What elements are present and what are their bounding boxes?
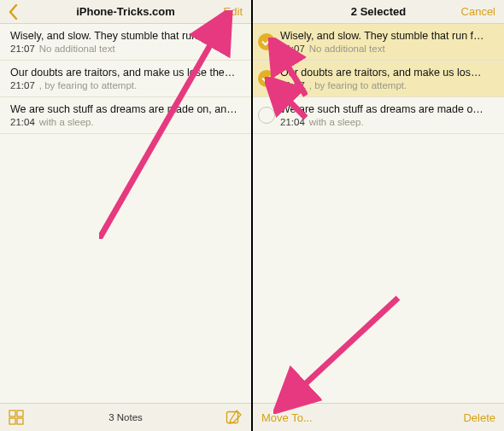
note-snippet: , by fearing to attempt.	[309, 80, 407, 90]
checkmark-icon[interactable]	[258, 70, 275, 87]
note-meta: 21:04with a sleep.	[280, 117, 495, 127]
note-time: 21:07	[280, 80, 305, 90]
note-title: Wisely, and slow. They stumble that run …	[10, 30, 243, 42]
note-row-selectable[interactable]: We are such stuff as dreams are made o… …	[253, 97, 504, 134]
pane-edit-mode: 2 Selected Cancel Wisely, and slow. They…	[253, 0, 504, 431]
note-time: 21:04	[10, 117, 35, 127]
note-snippet: with a sleep.	[309, 117, 364, 127]
note-time: 21:07	[10, 80, 35, 90]
note-snippet: with a sleep.	[39, 117, 94, 127]
pane-notes-list: iPhone-Tricks.com Edit Wisely, and slow.…	[0, 0, 251, 431]
back-button[interactable]	[9, 4, 56, 20]
grid-view-icon[interactable]	[9, 410, 24, 425]
svg-rect-0	[9, 411, 15, 416]
note-meta: 21:07, by fearing to attempt.	[280, 80, 495, 90]
page-title: iPhone-Tricks.com	[56, 5, 195, 18]
note-time: 21:07	[280, 44, 305, 54]
checkmark-icon[interactable]	[258, 33, 275, 50]
note-time: 21:04	[280, 117, 305, 127]
svg-rect-3	[17, 418, 23, 424]
toolbar-right: Move To... Delete	[253, 403, 504, 431]
chevron-left-icon	[9, 4, 18, 20]
delete-button[interactable]: Delete	[463, 411, 495, 424]
svg-rect-1	[17, 411, 23, 416]
cancel-button[interactable]: Cancel	[448, 5, 495, 18]
note-time: 21:07	[10, 44, 35, 54]
note-row[interactable]: We are such stuff as dreams are made on,…	[0, 97, 251, 134]
notes-count: 3 Notes	[68, 412, 183, 422]
note-title: Wisely, and slow. They stumble that run …	[280, 30, 495, 42]
note-title: We are such stuff as dreams are made o…	[280, 103, 495, 115]
note-title: We are such stuff as dreams are made on,…	[10, 103, 243, 115]
note-meta: 21:04with a sleep.	[10, 117, 243, 127]
move-to-button[interactable]: Move To...	[261, 411, 313, 424]
note-snippet: , by fearing to attempt.	[39, 80, 137, 90]
notes-list: Wisely, and slow. They stumble that run …	[0, 24, 251, 403]
toolbar-left: 3 Notes	[0, 403, 251, 431]
note-meta: 21:07No additional text	[280, 44, 495, 54]
note-title: Our doubts are traitors, and make us los…	[10, 67, 243, 79]
note-title: Our doubts are traitors, and make us los…	[280, 67, 495, 79]
navbar-right: 2 Selected Cancel	[253, 0, 504, 24]
navbar-left: iPhone-Tricks.com Edit	[0, 0, 251, 24]
note-meta: 21:07No additional text	[10, 44, 243, 54]
selection-count-title: 2 Selected	[309, 5, 448, 18]
notes-list-edit: Wisely, and slow. They stumble that run …	[253, 24, 504, 403]
circle-unchecked-icon[interactable]	[258, 107, 275, 124]
svg-rect-2	[9, 418, 15, 424]
note-snippet: No additional text	[309, 44, 385, 54]
note-row[interactable]: Our doubts are traitors, and make us los…	[0, 61, 251, 97]
note-snippet: No additional text	[39, 44, 115, 54]
edit-button[interactable]: Edit	[195, 5, 243, 18]
note-row-selectable[interactable]: Our doubts are traitors, and make us los…	[253, 61, 504, 97]
note-meta: 21:07, by fearing to attempt.	[10, 80, 243, 90]
note-row-selectable[interactable]: Wisely, and slow. They stumble that run …	[253, 24, 504, 61]
note-row[interactable]: Wisely, and slow. They stumble that run …	[0, 24, 251, 61]
compose-icon[interactable]	[226, 409, 243, 426]
